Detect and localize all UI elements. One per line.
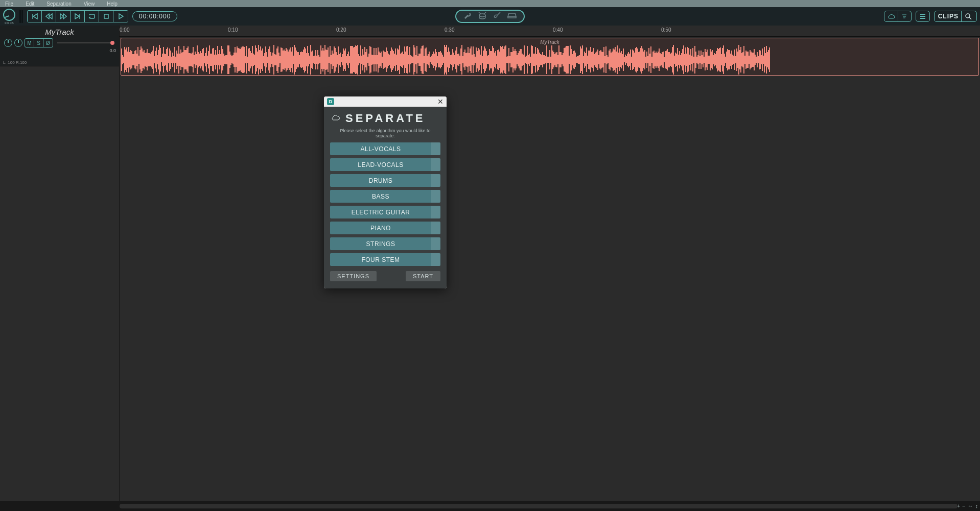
master-gain-label: 0.0 dB (5, 21, 13, 25)
algorithm-label: ELECTRIC GUITAR (330, 206, 431, 218)
algorithm-electric-guitar[interactable]: ELECTRIC GUITAR (330, 206, 440, 218)
go-to-end-button[interactable] (71, 11, 85, 22)
go-to-start-button[interactable] (28, 11, 42, 22)
mic-icon[interactable] (463, 11, 472, 21)
drums-icon[interactable] (478, 11, 487, 21)
track-panel: MyTrack M S Ø 0.0 L:-100 R:100 (0, 26, 120, 501)
solo-button[interactable]: S (34, 39, 43, 47)
master-meter (19, 10, 23, 23)
algorithm-side[interactable] (431, 190, 440, 203)
track-knob-2[interactable] (14, 39, 22, 47)
track-pan-readout: L:-100 R:100 (3, 60, 27, 65)
svg-point-2 (966, 14, 970, 18)
cloud-icon (330, 113, 340, 124)
menu-file[interactable]: File (5, 1, 13, 7)
time-ruler[interactable]: 0:000:100:200:300:400:50 (120, 26, 980, 37)
menu-icon[interactable] (916, 11, 929, 21)
track-header[interactable]: MyTrack M S Ø 0.0 L:-100 R:100 (0, 26, 119, 66)
algorithm-strings[interactable]: STRINGS (330, 237, 440, 250)
fit-height-icon[interactable]: ↕ (975, 503, 978, 509)
dialog-title: SEPARATE (345, 112, 426, 125)
phase-button[interactable]: Ø (43, 39, 53, 47)
svg-point-1 (479, 14, 485, 17)
algorithm-all-vocals[interactable]: ALL-VOCALS (330, 142, 440, 155)
menu-separation[interactable]: Separation (46, 1, 71, 7)
algorithm-label: BASS (330, 190, 431, 203)
menu-bar: File Edit Separation View Help (0, 0, 980, 7)
menu-edit[interactable]: Edit (26, 1, 34, 7)
algorithm-side[interactable] (431, 253, 440, 266)
audio-clip[interactable]: MyTrack (121, 38, 979, 76)
instrument-pill (455, 10, 525, 23)
master-gain-knob[interactable] (3, 9, 15, 21)
algorithm-side[interactable] (431, 158, 440, 171)
track-volume-slider[interactable] (57, 42, 113, 43)
algorithm-side[interactable] (431, 237, 440, 250)
algorithm-label: DRUMS (330, 174, 431, 187)
filter-icon[interactable] (898, 11, 911, 21)
ruler-tick: 0:20 (336, 27, 346, 33)
timecode-display[interactable]: 00:00:000 (132, 11, 177, 21)
algorithm-label: FOUR STEM (330, 253, 431, 266)
horizontal-scrollbar[interactable] (120, 504, 958, 508)
rewind-button[interactable] (42, 11, 56, 22)
algorithm-bass[interactable]: BASS (330, 190, 440, 203)
play-button[interactable] (113, 11, 128, 22)
loop-button[interactable] (85, 11, 99, 22)
mute-button[interactable]: M (25, 39, 34, 47)
clips-label[interactable]: CLIPS (937, 13, 960, 20)
algorithm-label: LEAD-VOCALS (330, 158, 431, 171)
menu-view[interactable]: View (84, 1, 95, 7)
fast-forward-button[interactable] (56, 11, 71, 22)
algorithm-four-stem[interactable]: FOUR STEM (330, 253, 440, 266)
toolbar: 0.0 dB 00:00:000 CLIPS (0, 7, 980, 26)
waveform (121, 44, 978, 75)
close-icon[interactable]: ✕ (437, 98, 444, 105)
settings-button[interactable]: SETTINGS (330, 271, 377, 281)
track-mso: M S Ø (25, 38, 53, 47)
bottom-bar: + − ↔ ↕ (0, 501, 980, 511)
track-name: MyTrack (4, 28, 115, 36)
ruler-tick: 0:50 (661, 27, 671, 33)
app-logo-icon: D (327, 98, 334, 105)
timeline-area: 0:000:100:200:300:400:50 MyTrack (120, 26, 980, 501)
ruler-tick: 0:30 (445, 27, 454, 33)
algorithm-side[interactable] (431, 206, 440, 218)
algorithm-lead-vocals[interactable]: LEAD-VOCALS (330, 158, 440, 171)
algorithm-piano[interactable]: PIANO (330, 222, 440, 234)
track-volume-value: 0.0 (109, 48, 116, 53)
algorithm-label: PIANO (330, 222, 431, 234)
algorithm-label: STRINGS (330, 237, 431, 250)
algorithm-drums[interactable]: DRUMS (330, 174, 440, 187)
cloud-icon[interactable] (884, 11, 898, 21)
ruler-tick: 0:10 (228, 27, 238, 33)
dialog-subtitle: Please select the algorithm you would li… (330, 128, 440, 138)
search-icon[interactable] (961, 11, 974, 21)
algorithm-label: ALL-VOCALS (330, 142, 431, 155)
stop-button[interactable] (99, 11, 113, 22)
start-button[interactable]: START (406, 271, 440, 281)
dialog-titlebar[interactable]: D ✕ (324, 96, 447, 107)
separate-dialog: D ✕ SEPARATE Please select the algorithm… (324, 96, 447, 288)
ruler-tick: 0:00 (120, 27, 129, 33)
algorithm-side[interactable] (431, 222, 440, 234)
algorithm-side[interactable] (431, 142, 440, 155)
track-knob-1[interactable] (4, 39, 12, 47)
menu-help[interactable]: Help (107, 1, 118, 7)
algorithm-side[interactable] (431, 174, 440, 187)
fit-width-icon[interactable]: ↔ (968, 503, 973, 509)
svg-rect-0 (104, 14, 108, 18)
ruler-tick: 0:40 (553, 27, 563, 33)
piano-icon[interactable] (507, 11, 517, 21)
workspace: MyTrack M S Ø 0.0 L:-100 R:100 0:000:100… (0, 26, 980, 501)
guitar-icon[interactable] (493, 11, 501, 21)
cloud-group (884, 11, 912, 22)
zoom-out-icon[interactable]: − (962, 503, 965, 509)
transport-controls (27, 10, 128, 22)
